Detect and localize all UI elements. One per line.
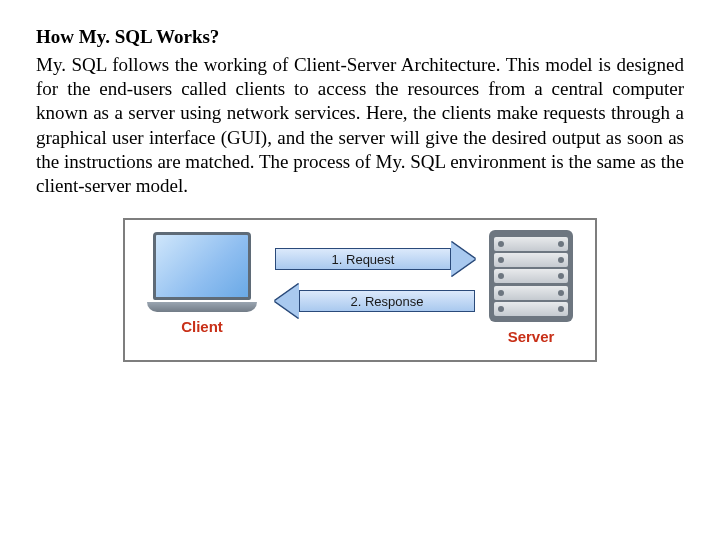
request-arrow-label: 1. Request	[275, 248, 451, 270]
arrow-left-icon	[275, 284, 299, 318]
page: How My. SQL Works? My. SQL follows the w…	[0, 0, 720, 362]
laptop-base-icon	[147, 302, 257, 312]
section-heading: How My. SQL Works?	[36, 24, 684, 51]
server-node: Server	[489, 230, 573, 345]
server-unit-icon	[494, 269, 568, 283]
server-rack-icon	[489, 230, 573, 322]
client-label: Client	[147, 318, 257, 335]
response-arrow-label: 2. Response	[299, 290, 475, 312]
server-unit-icon	[494, 237, 568, 251]
server-unit-icon	[494, 286, 568, 300]
server-label: Server	[489, 328, 573, 345]
client-node: Client	[147, 232, 257, 335]
request-arrow: 1. Request	[275, 242, 475, 276]
diagram-container: Client 1. Request 2. Response	[36, 218, 684, 362]
body-paragraph: My. SQL follows the working of Client-Se…	[36, 53, 684, 199]
arrow-right-icon	[451, 242, 475, 276]
server-unit-icon	[494, 253, 568, 267]
laptop-icon	[153, 232, 251, 300]
client-server-diagram: Client 1. Request 2. Response	[123, 218, 597, 362]
server-unit-icon	[494, 302, 568, 316]
response-arrow: 2. Response	[275, 284, 475, 318]
